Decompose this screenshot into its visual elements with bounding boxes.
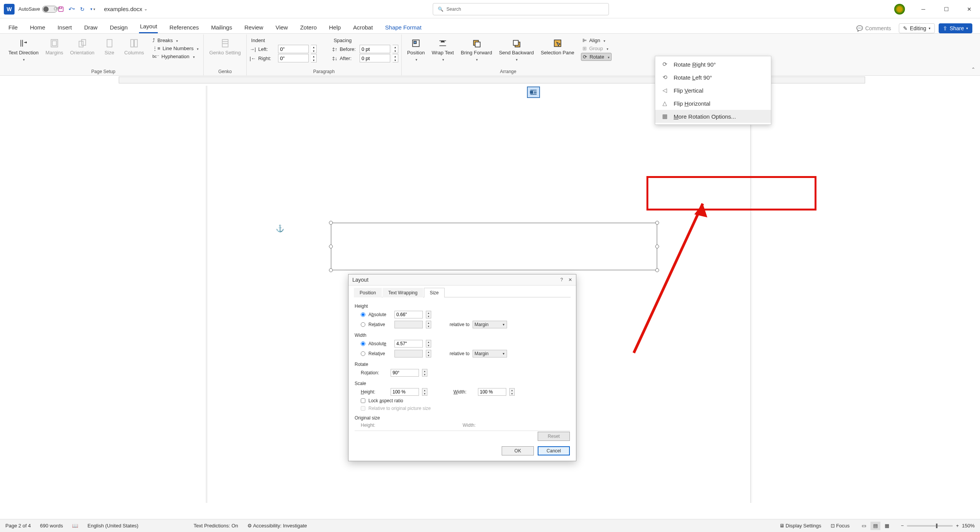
spinner-buttons[interactable]: ▲▼ [422,388,427,396]
width-absolute-input[interactable] [394,340,423,348]
search-input[interactable]: 🔍 Search [433,3,609,15]
tab-shape-format[interactable]: Shape Format [384,21,422,33]
height-relative-input[interactable] [394,321,423,328]
cancel-button[interactable]: Cancel [538,446,570,455]
more-rotation-options-item[interactable]: ▦ More Rotation Options... [655,110,771,123]
web-layout-button[interactable]: ▦ [882,522,892,530]
zoom-control[interactable]: − + 150% [901,523,975,529]
tab-mailings[interactable]: Mailings [210,21,233,33]
resize-handle[interactable] [655,245,659,248]
width-relative-input[interactable] [394,350,423,357]
resize-handle[interactable] [329,245,333,248]
tab-home[interactable]: Home [29,21,46,33]
resize-handle[interactable] [655,268,659,272]
resize-handle[interactable] [655,221,659,225]
height-absolute-radio[interactable] [361,312,365,317]
zoom-slider[interactable] [907,525,953,527]
tab-file[interactable]: File [8,21,18,33]
indent-left-field[interactable]: →| Left: ▲▼ [250,45,317,53]
reset-button[interactable]: Reset [538,432,570,441]
height-relative-radio[interactable] [361,322,365,327]
zoom-in-button[interactable]: + [956,523,959,529]
hyphenation-button[interactable]: bc⁻ Hyphenation [151,53,201,60]
spacing-before-field[interactable]: ‡↑ Before: ▲▼ [332,45,398,53]
spinner-buttons[interactable]: ▲▼ [422,369,427,377]
flip-horizontal-item[interactable]: △ Flip Horizontal [655,97,771,110]
comments-button[interactable]: 💬 Comments [852,24,895,33]
wrap-text-button[interactable]: Wrap Text [429,36,456,64]
spellcheck-icon[interactable]: 📖 [72,523,78,529]
page-indicator[interactable]: Page 2 of 4 [5,523,31,529]
spinner-buttons[interactable]: ▲▼ [426,321,431,328]
rotate-right-90-item[interactable]: ⟳ Rotate Right 90° [655,58,771,71]
spacing-after-input[interactable] [360,54,390,62]
width-absolute-radio[interactable] [361,341,365,346]
tab-help[interactable]: Help [328,21,342,33]
share-button[interactable]: ⇪ Share ▾ [939,23,972,33]
spinner-buttons[interactable]: ▲▼ [426,340,431,348]
size-button[interactable]: Size [99,36,120,64]
spinner-buttons[interactable]: ▲▼ [426,311,431,318]
focus-mode-button[interactable]: ⊡ Focus [831,523,850,529]
position-button[interactable]: Position [405,36,427,64]
rotation-input[interactable] [391,369,419,377]
close-button[interactable]: ✕ [962,2,976,16]
tab-layout[interactable]: Layout [139,20,158,33]
editing-mode-button[interactable]: ✎ Editing ▾ [899,23,935,33]
tab-acrobat[interactable]: Acrobat [352,21,374,33]
bring-forward-button[interactable]: Bring Forward [458,36,494,64]
collapse-ribbon-icon[interactable]: ⌃ [971,67,975,72]
redo-icon[interactable]: ↻ [79,6,86,13]
accessibility-indicator[interactable]: ⚙ Accessibility: Investigate [247,523,307,529]
display-settings-button[interactable]: 🖥 Display Settings [779,523,821,529]
genko-setting-button[interactable]: Genko Setting [207,36,243,57]
spinner-buttons[interactable]: ▲▼ [393,45,398,53]
zoom-out-button[interactable]: − [901,523,904,529]
spacing-before-input[interactable] [360,45,390,53]
undo-icon[interactable]: ↶▾ [68,6,75,13]
read-mode-button[interactable]: ▭ [859,522,869,530]
spacing-after-field[interactable]: ‡↓ After: ▲▼ [332,54,398,62]
zoom-level[interactable]: 150% [962,523,975,529]
minimize-button[interactable]: ─ [916,2,930,16]
spinner-buttons[interactable]: ▲▼ [311,45,317,53]
dialog-help-button[interactable]: ? [560,277,563,282]
dialog-tab-size[interactable]: Size [424,288,444,297]
dialog-titlebar[interactable]: Layout ? ✕ [348,274,576,286]
selection-pane-button[interactable]: Selection Pane [538,36,576,64]
autosave-control[interactable]: AutoSave Off [18,6,52,13]
margins-button[interactable]: Margins [43,36,65,64]
columns-button[interactable]: Columns [122,36,146,64]
resize-handle[interactable] [329,221,333,225]
selected-shape[interactable] [331,223,657,270]
width-relative-to-select[interactable]: Margin▼ [473,350,507,357]
send-backward-button[interactable]: Send Backward [497,36,536,64]
spinner-buttons[interactable]: ▲▼ [509,388,515,396]
dialog-close-button[interactable]: ✕ [568,277,572,282]
text-direction-button[interactable]: Text Direction [6,36,41,64]
width-relative-radio[interactable] [361,351,365,356]
align-button[interactable]: ⊫ Align [581,37,611,44]
height-absolute-input[interactable] [394,311,423,318]
wrap-text-layout-icon[interactable] [527,86,540,98]
dialog-tab-position[interactable]: Position [354,288,382,297]
spinner-buttons[interactable]: ▲▼ [426,350,431,357]
language-indicator[interactable]: English (United States) [87,523,138,529]
group-objects-button[interactable]: ⊞ Group [581,45,611,52]
breaks-button[interactable]: ⤴ Breaks [151,37,201,44]
tab-draw[interactable]: Draw [83,21,98,33]
tab-design[interactable]: Design [109,21,129,33]
qat-customize-icon[interactable]: ▾ [90,6,97,13]
scale-width-input[interactable] [478,388,506,396]
indent-right-field[interactable]: |← Right: ▲▼ [250,54,317,62]
line-numbers-button[interactable]: ⋮≡ Line Numbers [151,45,201,52]
spinner-buttons[interactable]: ▲▼ [311,54,317,62]
scale-height-input[interactable] [391,388,419,396]
tab-insert[interactable]: Insert [57,21,73,33]
ok-button[interactable]: OK [502,446,534,455]
dialog-tab-text-wrapping[interactable]: Text Wrapping [383,288,423,297]
tab-zotero[interactable]: Zotero [299,21,317,33]
maximize-button[interactable]: ☐ [939,2,953,16]
indent-right-input[interactable] [278,54,309,62]
rotate-button[interactable]: ⟳ Rotate [581,53,611,61]
